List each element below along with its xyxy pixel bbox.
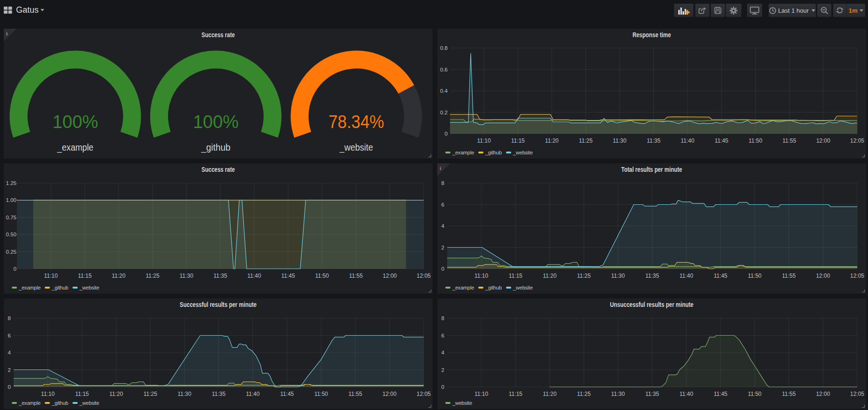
svg-text:12:00: 12:00 [816, 273, 830, 279]
svg-text:100%: 100% [193, 112, 239, 132]
svg-text:11:35: 11:35 [647, 137, 660, 144]
svg-text:0: 0 [445, 131, 448, 137]
svg-text:11:50: 11:50 [748, 137, 762, 144]
svg-text:1.25: 1.25 [6, 180, 16, 186]
svg-text:i: i [440, 165, 441, 171]
svg-text:11:50: 11:50 [748, 391, 762, 397]
svg-text:11:45: 11:45 [280, 391, 294, 397]
svg-text:12:00: 12:00 [383, 273, 397, 279]
svg-text:11:20: 11:20 [543, 273, 556, 279]
svg-text:11:40: 11:40 [680, 273, 693, 279]
svg-text:11:20: 11:20 [545, 137, 559, 144]
svg-text:11:50: 11:50 [748, 273, 762, 279]
svg-text:i: i [6, 31, 8, 36]
svg-text:100%: 100% [53, 112, 98, 132]
svg-text:6: 6 [442, 333, 444, 338]
svg-text:11:20: 11:20 [112, 273, 125, 279]
svg-text:8: 8 [442, 315, 444, 321]
svg-text:11:30: 11:30 [177, 391, 191, 397]
svg-text:11:20: 11:20 [109, 391, 123, 397]
svg-text:11:55: 11:55 [348, 391, 362, 397]
svg-text:12:05: 12:05 [850, 391, 864, 397]
svg-text:6: 6 [442, 202, 444, 208]
svg-text:11:45: 11:45 [715, 137, 728, 144]
svg-text:0.2: 0.2 [440, 110, 448, 115]
svg-text:11:10: 11:10 [44, 273, 57, 279]
svg-text:11:35: 11:35 [212, 391, 225, 397]
svg-text:12:05: 12:05 [417, 273, 431, 279]
svg-text:11:40: 11:40 [247, 273, 261, 279]
svg-text:11:50: 11:50 [314, 391, 328, 397]
svg-text:11:10: 11:10 [474, 391, 488, 397]
svg-text:_example: _example [57, 142, 94, 153]
svg-text:11:35: 11:35 [645, 391, 659, 397]
svg-text:_website: _website [339, 142, 373, 153]
svg-text:11:55: 11:55 [782, 273, 796, 279]
svg-text:11:45: 11:45 [714, 273, 727, 279]
svg-text:11:10: 11:10 [474, 273, 488, 279]
svg-text:11:10: 11:10 [41, 391, 55, 397]
svg-text:12:00: 12:00 [816, 391, 830, 397]
svg-text:0.25: 0.25 [6, 249, 16, 255]
svg-text:11:55: 11:55 [782, 391, 796, 397]
svg-text:0: 0 [442, 384, 444, 390]
svg-text:11:40: 11:40 [681, 137, 694, 144]
svg-text:12:00: 12:00 [816, 137, 830, 144]
svg-text:11:55: 11:55 [782, 137, 796, 144]
svg-text:11:15: 11:15 [78, 273, 91, 279]
svg-text:6: 6 [8, 333, 11, 338]
svg-text:11:15: 11:15 [511, 137, 525, 144]
svg-text:11:35: 11:35 [213, 273, 227, 279]
svg-text:8: 8 [8, 315, 11, 321]
svg-text:8: 8 [442, 180, 444, 186]
svg-text:11:15: 11:15 [509, 273, 522, 279]
svg-text:11:25: 11:25 [579, 137, 593, 144]
svg-text:0: 0 [8, 384, 11, 390]
svg-text:12:05: 12:05 [850, 137, 864, 144]
svg-text:0.6: 0.6 [440, 67, 448, 72]
svg-text:11:25: 11:25 [577, 391, 591, 397]
svg-text:11:40: 11:40 [680, 391, 693, 397]
svg-text:11:45: 11:45 [714, 391, 727, 397]
svg-text:2: 2 [8, 367, 11, 373]
svg-text:11:55: 11:55 [349, 273, 362, 279]
svg-text:4: 4 [8, 350, 11, 355]
svg-text:11:45: 11:45 [281, 273, 295, 279]
svg-text:2: 2 [442, 367, 444, 373]
svg-text:12:00: 12:00 [382, 391, 396, 397]
svg-text:0.75: 0.75 [6, 215, 16, 220]
svg-text:_github: _github [201, 142, 231, 153]
svg-text:12:05: 12:05 [417, 391, 431, 397]
svg-text:11:30: 11:30 [611, 273, 625, 279]
svg-text:0.4: 0.4 [440, 88, 448, 94]
svg-text:11:25: 11:25 [144, 391, 157, 397]
svg-text:0.50: 0.50 [6, 232, 16, 237]
svg-text:11:10: 11:10 [477, 137, 491, 144]
svg-text:11:20: 11:20 [543, 391, 556, 397]
svg-text:4: 4 [442, 350, 445, 355]
svg-text:4: 4 [442, 223, 445, 229]
svg-text:11:30: 11:30 [611, 391, 625, 397]
svg-text:0.8: 0.8 [440, 45, 448, 51]
svg-text:11:35: 11:35 [645, 273, 659, 279]
svg-text:11:30: 11:30 [179, 273, 193, 279]
svg-text:11:40: 11:40 [246, 391, 260, 397]
svg-text:11:25: 11:25 [577, 273, 591, 279]
svg-text:12:05: 12:05 [850, 273, 864, 279]
svg-text:0: 0 [442, 266, 444, 272]
svg-text:11:15: 11:15 [509, 391, 522, 397]
svg-text:1.00: 1.00 [6, 197, 16, 203]
svg-text:78.34%: 78.34% [329, 112, 384, 132]
svg-text:11:50: 11:50 [315, 273, 329, 279]
svg-text:0: 0 [14, 266, 16, 272]
svg-text:11:30: 11:30 [613, 137, 627, 144]
svg-text:11:25: 11:25 [145, 273, 159, 279]
svg-text:11:15: 11:15 [75, 391, 89, 397]
svg-text:2: 2 [442, 245, 444, 250]
